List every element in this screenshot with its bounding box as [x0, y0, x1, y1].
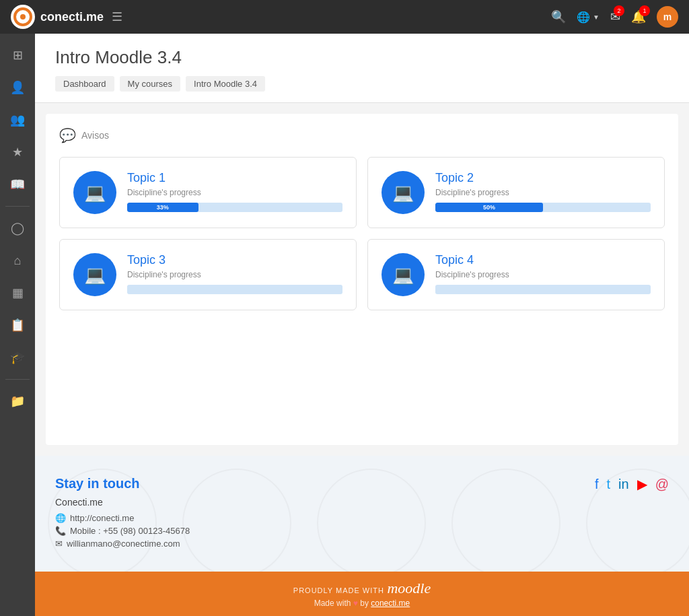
topic-1-info: Topic 1 Discipline's progress 33%	[127, 171, 342, 212]
topic-4-subtitle: Discipline's progress	[435, 270, 651, 279]
by-text: by	[360, 598, 369, 608]
topic-4-icon-circle: 💻	[382, 253, 425, 296]
facebook-icon[interactable]: f	[595, 477, 599, 492]
top-navbar: conecti.me ☰ 🔍 🌐 ▼ ✉ 2 🔔 1 m	[0, 0, 689, 34]
linkedin-icon[interactable]: in	[618, 477, 629, 492]
topic-1-title: Topic 1	[127, 171, 342, 185]
sidebar: ⊞ 👤 👥 ★ 📖 ◯ ⌂ ▦ 📋 🎓 📁	[0, 0, 35, 616]
main-layout: ⊞ 👤 👥 ★ 📖 ◯ ⌂ ▦ 📋 🎓 📁 Intro Moodle 3.4 D…	[0, 0, 689, 616]
user-avatar-button[interactable]: m	[657, 6, 678, 28]
footer-company: Conecti.me	[55, 497, 190, 508]
topic-card-3[interactable]: 💻 Topic 3 Discipline's progress	[59, 239, 357, 310]
sidebar-item-star[interactable]: ★	[3, 137, 32, 167]
sidebar-item-clipboard[interactable]: 📋	[3, 310, 32, 340]
sidebar-item-book[interactable]: 📖	[3, 170, 32, 199]
topic-2-progress-label: 50%	[483, 204, 495, 211]
sidebar-item-grid[interactable]: ⊞	[3, 40, 32, 70]
sidebar-item-group[interactable]: 👥	[3, 105, 32, 135]
topic-2-progress-bg: 50%	[435, 203, 651, 212]
logo[interactable]: conecti.me	[11, 5, 104, 29]
language-selector[interactable]: 🌐 ▼	[577, 11, 600, 24]
topic-2-subtitle: Discipline's progress	[435, 188, 651, 197]
sidebar-divider-2	[5, 379, 30, 380]
proudly-made-line: PROUDLY MADE WITH moodle	[43, 580, 681, 597]
conectime-footer-link[interactable]: conecti.me	[371, 598, 410, 608]
search-icon[interactable]: 🔍	[551, 9, 566, 24]
sidebar-item-graduation[interactable]: 🎓	[3, 343, 32, 372]
topic-3-progress-bg	[127, 285, 342, 294]
topic-card-2[interactable]: 💻 Topic 2 Discipline's progress 50%	[367, 157, 665, 228]
hamburger-button[interactable]: ☰	[112, 9, 122, 24]
footer-email-text: willianmano@conectime.com	[67, 539, 180, 549]
footer-email[interactable]: ✉ willianmano@conectime.com	[55, 539, 190, 549]
footer-social-links: f t in ▶ @	[595, 476, 669, 492]
globe-icon: 🌐	[577, 11, 590, 24]
footer-website-link[interactable]: 🌐 http://conecti.me	[55, 513, 190, 523]
footer-website-text: http://conecti.me	[70, 513, 134, 523]
topic-2-info: Topic 2 Discipline's progress 50%	[435, 171, 651, 212]
topic-3-subtitle: Discipline's progress	[127, 270, 342, 279]
chevron-down-icon: ▼	[593, 13, 600, 21]
laptop-icon-2: 💻	[392, 182, 414, 203]
laptop-icon-4: 💻	[392, 265, 414, 285]
topic-card-4[interactable]: 💻 Topic 4 Discipline's progress	[367, 239, 665, 310]
avisos-bar: 💬 Avisos	[59, 127, 665, 143]
topic-2-icon-circle: 💻	[382, 171, 425, 214]
topic-3-title: Topic 3	[127, 253, 342, 267]
footer-stay-in-touch: Stay in touch	[55, 476, 190, 491]
youtube-icon[interactable]: ▶	[637, 476, 647, 492]
breadcrumb-mycourses[interactable]: My courses	[120, 76, 180, 92]
nav-right: 🔍 🌐 ▼ ✉ 2 🔔 1 m	[551, 6, 678, 28]
footer-mobile-text: Mobile : +55 (98) 00123-45678	[70, 526, 190, 536]
topic-2-progress-fill: 50%	[435, 203, 543, 212]
phone-icon-footer: 📞	[55, 526, 66, 536]
page-title: Intro Moodle 3.4	[55, 47, 669, 68]
sidebar-divider-1	[5, 206, 30, 207]
email-icon-footer: ✉	[55, 539, 63, 549]
laptop-icon-1: 💻	[84, 182, 106, 203]
moodle-text: moodle	[387, 580, 431, 596]
breadcrumb: Dashboard My courses Intro Moodle 3.4	[55, 76, 669, 92]
mail-badge: 2	[614, 5, 624, 16]
footer-mobile: 📞 Mobile : +55 (98) 00123-45678	[55, 526, 190, 536]
made-with-line: Made with ♥ by conecti.me	[43, 598, 681, 608]
sidebar-item-user[interactable]: 👤	[3, 73, 32, 102]
topic-1-progress-label: 33%	[157, 204, 169, 211]
nav-left: conecti.me ☰	[11, 5, 122, 29]
sidebar-item-home[interactable]: ⌂	[3, 246, 32, 275]
sidebar-item-table[interactable]: ▦	[3, 278, 32, 308]
topic-card-1[interactable]: 💻 Topic 1 Discipline's progress 33%	[59, 157, 357, 228]
logo-ring	[13, 7, 32, 26]
course-content-area: 💬 Avisos 💻 Topic 1 Discipline's progress	[46, 114, 678, 445]
sidebar-item-folder[interactable]: 📁	[3, 386, 32, 416]
twitter-icon[interactable]: t	[607, 477, 611, 492]
bell-icon[interactable]: 🔔 1	[631, 9, 646, 24]
topic-3-info: Topic 3 Discipline's progress	[127, 253, 342, 294]
heart-icon: ♥	[353, 598, 360, 608]
breadcrumb-current[interactable]: Intro Moodle 3.4	[186, 76, 265, 92]
laptop-icon-3: 💻	[84, 265, 106, 285]
topic-1-icon-circle: 💻	[73, 171, 116, 214]
instagram-icon[interactable]: @	[655, 477, 669, 492]
logo-text: conecti.me	[40, 10, 104, 24]
bell-badge: 1	[639, 5, 650, 16]
topic-1-progress-bg: 33%	[127, 203, 342, 212]
topic-1-progress-fill: 33%	[127, 203, 198, 212]
page-header: Intro Moodle 3.4 Dashboard My courses In…	[35, 34, 689, 103]
logo-icon	[11, 5, 35, 29]
globe-icon-footer: 🌐	[55, 513, 66, 523]
avisos-label[interactable]: Avisos	[81, 130, 109, 141]
main-content: Intro Moodle 3.4 Dashboard My courses In…	[35, 0, 689, 616]
breadcrumb-dashboard[interactable]: Dashboard	[55, 76, 114, 92]
sidebar-item-circle[interactable]: ◯	[3, 213, 32, 243]
topic-4-info: Topic 4 Discipline's progress	[435, 253, 651, 294]
mail-icon[interactable]: ✉ 2	[610, 9, 620, 24]
logo-dot	[20, 14, 26, 20]
topics-grid: 💻 Topic 1 Discipline's progress 33%	[59, 157, 665, 310]
topic-4-title: Topic 4	[435, 253, 651, 267]
topic-3-icon-circle: 💻	[73, 253, 116, 296]
avisos-icon: 💬	[59, 127, 76, 143]
proudly-text: PROUDLY MADE WITH	[293, 586, 384, 594]
footer-left: Stay in touch Conecti.me 🌐 http://conect…	[55, 476, 190, 551]
bottom-bar: PROUDLY MADE WITH moodle Made with ♥ by …	[35, 572, 689, 616]
